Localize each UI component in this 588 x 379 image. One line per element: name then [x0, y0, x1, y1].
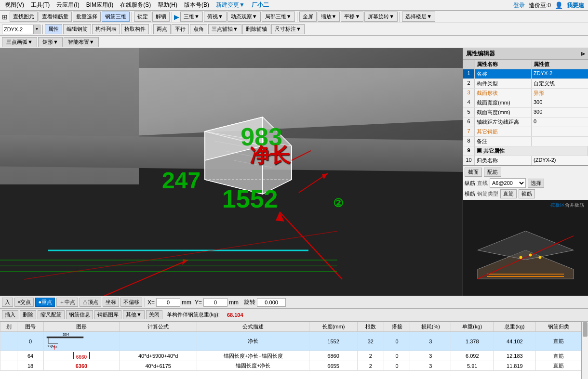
toolbar1: ⊞ 查找图元 查看钢筋量 批量选择 钢筋三维 锁定 解锁 ▶ 三维▼ 俯视▼ 动…: [0, 11, 588, 23]
prop-row-5[interactable]: 5 截面高度(mm) 300: [463, 108, 588, 118]
btn-select-floor[interactable]: 选择楼层▼: [402, 12, 435, 22]
btn-rebar-3d[interactable]: 钢筋三维: [102, 12, 130, 22]
rotate-input[interactable]: [257, 298, 286, 307]
btn-component-list[interactable]: 构件列表: [92, 24, 120, 34]
menu-bar: 视图(V) 工具(T) 云应用(I) BIM应用(I) 在线服务(S) 帮助(H…: [0, 0, 588, 11]
btn-dynamic-obs[interactable]: 动态观察▼: [227, 12, 261, 22]
preview-label2: 按板区: [550, 202, 565, 209]
menu-item-tools[interactable]: 工具(T): [28, 0, 53, 10]
btn-rebar-lib[interactable]: 钢筋图库: [94, 310, 121, 319]
y-input[interactable]: [203, 298, 227, 307]
snap-vertex[interactable]: △顶点: [80, 298, 101, 307]
snap-midpoint[interactable]: ＋中点: [56, 298, 78, 307]
svg-rect-33: [47, 337, 83, 338]
btn-3d-view[interactable]: 三维▼: [180, 12, 203, 22]
btn-parallel[interactable]: 平行: [172, 24, 189, 34]
btn-lock[interactable]: 锁定: [134, 12, 151, 22]
prop-panel-close[interactable]: ⊳: [580, 51, 585, 57]
prop-row-9[interactable]: 9 ▣ 其它属性: [463, 146, 588, 156]
rebar-config-label: 配筋: [484, 168, 501, 177]
snap-no-offset[interactable]: 不偏移: [120, 298, 142, 307]
svg-text:2.53: 2.53: [51, 345, 57, 349]
prop-row-1[interactable]: 1 名称 ZDYX-2: [463, 69, 588, 79]
straight-rebar-btn[interactable]: 直筋: [500, 189, 517, 198]
menu-item-view[interactable]: 视图(V): [2, 0, 27, 10]
scene-text-247: 247: [162, 167, 200, 194]
prop-row-10[interactable]: 10 归类名称 (ZDYX-2): [463, 156, 588, 165]
btn-screen-rotate[interactable]: 屏幕旋转▼: [364, 12, 398, 22]
icon-user: 👤: [555, 1, 563, 9]
menu-item-bim[interactable]: BIM应用(I): [83, 0, 117, 10]
rebar-table-scrollbar[interactable]: [581, 322, 588, 379]
btn-pan[interactable]: 平移▼: [341, 12, 363, 22]
section-label: 截面: [465, 168, 482, 177]
property-table[interactable]: 1 名称 ZDYX-2 2 构件类型 自定义线 3 截面形状 异形 4 截面宽度…: [463, 69, 588, 165]
longitudinal-select[interactable]: A6@200: [490, 178, 526, 188]
snap-intersection[interactable]: ×交点: [14, 298, 34, 307]
prop-row-4[interactable]: 4 截面宽度(mm) 300: [463, 98, 588, 108]
menu-item-factory[interactable]: 厂小二: [249, 0, 272, 10]
btn-top-view[interactable]: 俯视▼: [204, 12, 227, 22]
btn-delete[interactable]: 删除: [20, 310, 36, 319]
btn-fullscreen[interactable]: 全屏: [299, 12, 317, 22]
btn-local-3d[interactable]: 局部三维▼: [262, 12, 295, 22]
btn-smart-layout[interactable]: 智能布置▼: [64, 37, 99, 47]
stirrup-btn[interactable]: 箍筋: [519, 189, 535, 198]
menu-item-cloud[interactable]: 云应用(I): [53, 0, 82, 10]
prop-row-2[interactable]: 2 构件类型 自定义线: [463, 79, 588, 89]
col-unit-wt: 单重(kg): [451, 322, 494, 332]
want-btn[interactable]: 我要建: [567, 1, 584, 10]
btn-rect[interactable]: 矩形▼: [38, 37, 63, 47]
viewport-props-container: 983 净长 247 1552 ②: [0, 48, 588, 296]
login-link[interactable]: 登录: [513, 1, 525, 10]
snap-enter[interactable]: 入: [2, 298, 13, 307]
btn-edit-rebar[interactable]: 编辑钢筋: [63, 24, 91, 34]
weight-value: 68.104: [224, 312, 246, 318]
toolbar2: ZDYX-2 ▼ 属性 编辑钢筋 构件列表 拾取构件 两点 平行 点角 三点辅轴…: [0, 23, 588, 36]
menu-item-version[interactable]: 版本号(B): [181, 0, 212, 10]
btn-insert[interactable]: 插入: [2, 310, 18, 319]
x-input[interactable]: [156, 298, 180, 307]
menu-item-help[interactable]: 帮助(H): [155, 0, 180, 10]
btn-point-angle[interactable]: 点角: [190, 24, 207, 34]
y-label: Y=: [195, 299, 202, 306]
mm1-label: mm: [182, 299, 191, 306]
prop-row-6[interactable]: 6 轴线距左边线距离 0: [463, 118, 588, 127]
prop-row-3[interactable]: 3 截面形状 异形: [463, 89, 588, 98]
btn-scale-rebar[interactable]: 缩尺配筋: [38, 310, 65, 319]
btn-other[interactable]: 其他▼: [123, 310, 145, 319]
prop-col-name: 属性名称: [475, 60, 532, 69]
btn-unlock[interactable]: 解锁: [152, 12, 170, 22]
rebar-table[interactable]: 别 图号 图形 计算公式 公式描述 长度(mm) 根数 搭接 损耗(%) 单重(…: [0, 322, 581, 379]
menu-item-online[interactable]: 在线服务(S): [117, 0, 154, 10]
btn-view-rebar[interactable]: 查看钢筋量: [39, 12, 72, 22]
rebar-table-section: 别 图号 图形 计算公式 公式描述 长度(mm) 根数 搭接 损耗(%) 单重(…: [0, 321, 588, 379]
rebar-row-1[interactable]: 0 304 3.26: [0, 332, 581, 351]
btn-pick-component[interactable]: 拾取构件: [121, 24, 149, 34]
btn-three-point-aux[interactable]: 三点辅轴▼: [208, 24, 241, 34]
btn-select-rebar[interactable]: 选择: [528, 179, 544, 188]
menu-item-newchange[interactable]: 新建变更▼: [213, 0, 248, 10]
btn-zoom[interactable]: 缩放▼: [318, 12, 340, 22]
viewport-3d[interactable]: 983 净长 247 1552 ②: [0, 48, 463, 296]
btn-properties[interactable]: 属性: [45, 24, 62, 34]
rebar-row-2[interactable]: 64 6660 40*d+5900+40*d 锚固长度+净长+锚固长: [0, 351, 581, 361]
snap-coordinate[interactable]: 坐标: [103, 298, 119, 307]
col-total-wt: 总重(kg): [494, 322, 536, 332]
btn-three-arc[interactable]: 三点画弧▼: [2, 37, 37, 47]
rebar-row-3[interactable]: 18 6360 40*d+6175 锚固长度+净长 6655 2 0 3: [0, 361, 581, 371]
btn-dim[interactable]: 尺寸标注▼: [271, 24, 305, 34]
prop-row-7[interactable]: 7 其它钢筋: [463, 127, 588, 137]
btn-two-point[interactable]: 两点: [153, 24, 171, 34]
snap-toolbar: 入 ×交点 ●重点 ＋中点 △顶点 坐标 不偏移 X= mm Y= mm 旋转: [0, 296, 588, 309]
preview-label1: 合并板筋: [565, 202, 584, 209]
btn-batch-select[interactable]: 批量选择: [73, 12, 101, 22]
btn-find-element[interactable]: 查找图元: [10, 12, 38, 22]
element-dropdown[interactable]: ZDYX-2 ▼: [2, 25, 40, 34]
btn-close[interactable]: 关闭: [146, 310, 162, 319]
scene-text-jingchang: 净长: [250, 142, 290, 169]
prop-row-8[interactable]: 8 备注: [463, 137, 588, 146]
btn-del-aux[interactable]: 删除辅轴: [242, 24, 270, 34]
btn-rebar-info[interactable]: 钢筋信息: [66, 310, 93, 319]
snap-endpoint[interactable]: ●重点: [35, 298, 55, 307]
